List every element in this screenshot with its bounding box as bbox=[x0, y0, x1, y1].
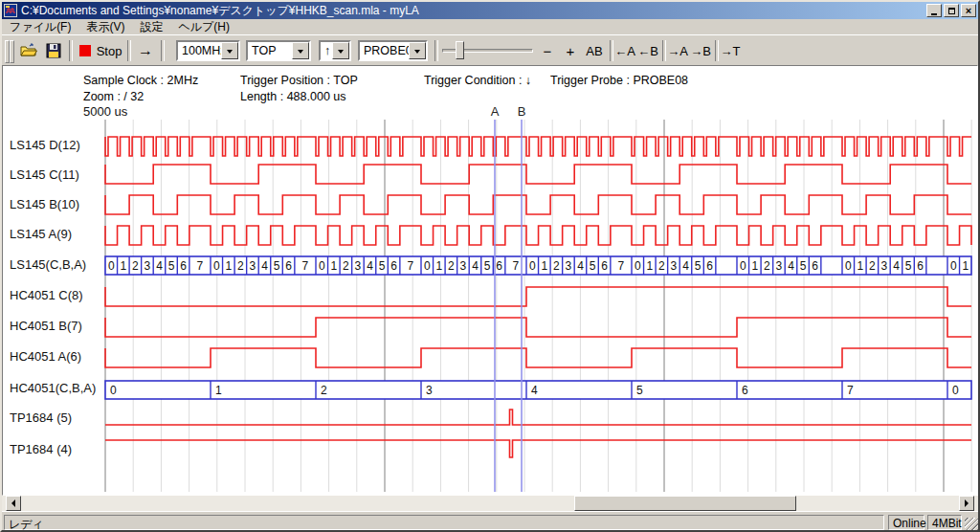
triangle-left-icon bbox=[8, 499, 15, 507]
close-button[interactable]: × bbox=[961, 4, 976, 17]
chevron-down-icon bbox=[227, 50, 233, 56]
status-online-pane: Online bbox=[888, 515, 924, 530]
run-arrow-icon: → bbox=[138, 42, 153, 59]
chevron-down-icon bbox=[338, 50, 344, 56]
trigger-edge-value: ↑ bbox=[324, 44, 330, 57]
trigger-probe-combo[interactable]: PROBE00 bbox=[358, 40, 428, 61]
minimize-button[interactable] bbox=[926, 4, 942, 17]
save-button[interactable] bbox=[42, 39, 65, 62]
save-floppy-icon bbox=[46, 43, 61, 58]
app-icon bbox=[4, 4, 17, 17]
title-bar[interactable]: C:¥Documents and Settings¥noname¥デスクトップ¥… bbox=[2, 2, 978, 19]
trigger-position-combo[interactable]: TOP bbox=[246, 40, 311, 61]
goto-trigger-button[interactable]: →T bbox=[719, 39, 742, 62]
goto-cursor-b-button[interactable]: ←B bbox=[636, 39, 659, 62]
scroll-left-button[interactable] bbox=[6, 496, 21, 511]
status-ready-text: レディ bbox=[9, 518, 44, 531]
minimize-icon bbox=[931, 13, 937, 15]
goto-cursor-a-button[interactable]: ←A bbox=[613, 39, 636, 62]
sample-rate-value: 100MHz bbox=[182, 44, 227, 57]
maximize-button[interactable] bbox=[944, 4, 959, 17]
resize-grip[interactable] bbox=[965, 518, 978, 531]
chevron-down-icon bbox=[298, 50, 303, 56]
toolbar-grip[interactable] bbox=[10, 40, 14, 63]
trigger-position-text: Trigger Position : TOP bbox=[240, 74, 358, 87]
toolbar-separator bbox=[69, 40, 73, 61]
toolbar-separator bbox=[161, 40, 165, 61]
window-title: C:¥Documents and Settings¥noname¥デスクトップ¥… bbox=[21, 3, 926, 19]
combo-dropdown-button[interactable] bbox=[409, 42, 426, 59]
waveform-client-area[interactable]: Sample Clock : 2MHz Trigger Position : T… bbox=[2, 65, 978, 496]
zoom-slider[interactable] bbox=[442, 39, 533, 62]
chevron-down-icon bbox=[414, 50, 420, 56]
ab-button[interactable]: AB bbox=[582, 39, 607, 62]
zoom-text: Zoom : / 32 bbox=[83, 90, 144, 103]
stop-button[interactable]: Stop bbox=[77, 39, 124, 62]
status-memory-pane: 4MBit bbox=[927, 515, 962, 530]
scroll-right-button[interactable] bbox=[959, 496, 974, 511]
open-file-button[interactable] bbox=[17, 39, 40, 62]
trigger-edge-combo[interactable]: ↑ bbox=[319, 40, 351, 61]
open-folder-icon bbox=[20, 43, 37, 58]
run-button[interactable]: → bbox=[133, 39, 158, 62]
combo-dropdown-button[interactable] bbox=[332, 42, 349, 59]
zoom-slider-handle[interactable] bbox=[456, 41, 464, 59]
status-ready-pane: レディ bbox=[4, 515, 884, 530]
stop-icon bbox=[79, 45, 91, 56]
triangle-right-icon bbox=[965, 499, 972, 507]
sample-clock-text: Sample Clock : 2MHz bbox=[83, 74, 198, 87]
menu-bar: ファイル(F) 表示(V) 設定 ヘルプ(H) bbox=[2, 19, 978, 34]
menu-settings[interactable]: 設定 bbox=[132, 19, 170, 35]
menu-view[interactable]: 表示(V) bbox=[78, 19, 132, 35]
combo-dropdown-button[interactable] bbox=[221, 42, 238, 59]
status-bar: レディ Online 4MBit bbox=[2, 511, 978, 531]
app-window: C:¥Documents and Settings¥noname¥デスクトップ¥… bbox=[0, 0, 980, 532]
menu-file[interactable]: ファイル(F) bbox=[2, 19, 78, 35]
trigger-position-value: TOP bbox=[252, 44, 276, 57]
horizontal-scrollbar[interactable] bbox=[2, 496, 978, 511]
toolbar: Stop → 100MHz TOP ↑ PROBE00 − + bbox=[2, 34, 978, 66]
sample-rate-combo[interactable]: 100MHz bbox=[176, 40, 240, 61]
toolbar-separator bbox=[434, 40, 438, 61]
set-cursor-b-button[interactable]: →B bbox=[689, 39, 712, 62]
combo-dropdown-button[interactable] bbox=[292, 42, 309, 59]
set-cursor-a-button[interactable]: →A bbox=[666, 39, 689, 62]
trigger-condition-text: Trigger Condition : ↓ bbox=[424, 74, 531, 87]
zoom-in-button[interactable]: + bbox=[561, 39, 580, 62]
close-icon: × bbox=[966, 6, 971, 15]
scrollbar-thumb[interactable] bbox=[574, 496, 796, 511]
menu-help[interactable]: ヘルプ(H) bbox=[170, 19, 237, 35]
stop-label: Stop bbox=[97, 44, 122, 58]
length-text: Length : 488.000 us bbox=[240, 90, 346, 103]
trigger-probe-text: Trigger Probe : PROBE08 bbox=[550, 74, 688, 87]
maximize-icon bbox=[948, 8, 955, 14]
toolbar-separator bbox=[127, 40, 131, 61]
zoom-out-button[interactable]: − bbox=[538, 39, 557, 62]
